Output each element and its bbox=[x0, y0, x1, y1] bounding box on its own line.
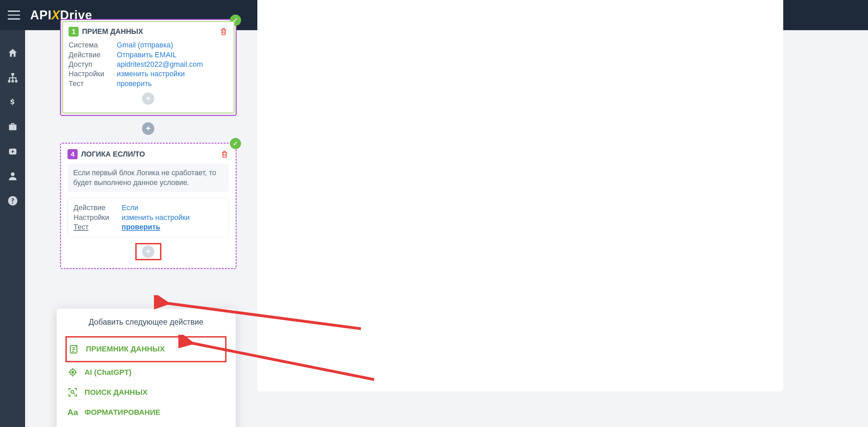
link-settings[interactable]: изменить настройки bbox=[117, 70, 185, 78]
logic-notice: Если первый блок Логика не сработает, то… bbox=[67, 164, 229, 192]
link-settings[interactable]: изменить настройки bbox=[122, 214, 190, 222]
step-number: 4 bbox=[67, 149, 78, 159]
canvas: ✓ 1 ПРИЕМ ДАННЫХ СистемаGmail (отправка)… bbox=[25, 30, 868, 427]
svg-rect-2 bbox=[8, 80, 10, 82]
block-receive-data: ✓ 1 ПРИЕМ ДАННЫХ СистемаGmail (отправка)… bbox=[60, 19, 237, 116]
dollar-icon[interactable] bbox=[6, 96, 19, 108]
link-action[interactable]: Если bbox=[122, 204, 138, 212]
briefcase-icon[interactable] bbox=[6, 121, 19, 133]
popup-title: Добавить следующее действие bbox=[66, 314, 225, 332]
user-icon[interactable] bbox=[6, 170, 19, 182]
svg-rect-3 bbox=[12, 80, 14, 82]
label-access: Доступ bbox=[68, 60, 117, 69]
svg-rect-4 bbox=[15, 80, 17, 82]
link-system[interactable]: Gmail (отправка) bbox=[117, 41, 173, 49]
aa-icon: Aa bbox=[66, 406, 79, 419]
popup-item-label: ФОРМАТИРОВАНИЕ bbox=[84, 408, 160, 417]
add-action-button[interactable]: + bbox=[142, 245, 154, 258]
help-icon[interactable] bbox=[6, 195, 19, 207]
link-access[interactable]: apidritest2022@gmail.com bbox=[117, 60, 203, 69]
label-test: Тест bbox=[74, 223, 122, 231]
popup-item-label: ПОИСК ДАННЫХ bbox=[84, 388, 147, 397]
popup-item-label: AI (ChatGPT) bbox=[84, 368, 132, 377]
left-nav bbox=[0, 30, 25, 427]
check-icon: ✓ bbox=[230, 138, 241, 149]
add-step-inline-button[interactable]: + bbox=[142, 93, 154, 105]
scan-icon bbox=[66, 386, 79, 399]
block-logic: ✓ 4 ЛОГИКА ЕСЛИ/ТО Если первый блок Логи… bbox=[60, 143, 237, 269]
sitemap-icon[interactable] bbox=[6, 72, 19, 84]
add-action-popup: Добавить следующее действие ПРИЕМНИК ДАН… bbox=[57, 309, 236, 427]
popup-item-math[interactable]: МАТЕМАТИКА bbox=[57, 423, 236, 427]
trash-icon[interactable] bbox=[219, 27, 228, 36]
youtube-icon[interactable] bbox=[6, 145, 19, 158]
svg-rect-1 bbox=[11, 73, 14, 76]
step-title: ПРИЕМ ДАННЫХ bbox=[82, 27, 216, 36]
label-test: Тест bbox=[68, 80, 117, 88]
logic-details: ДействиеЕсли Настройкиизменить настройки… bbox=[67, 198, 229, 238]
home-icon[interactable] bbox=[6, 47, 19, 59]
label-system: Система bbox=[68, 41, 117, 49]
menu-icon[interactable] bbox=[8, 11, 20, 19]
svg-point-6 bbox=[11, 172, 15, 176]
link-test[interactable]: проверить bbox=[117, 80, 152, 88]
popup-item-receiver[interactable]: ПРИЕМНИК ДАННЫХ bbox=[67, 339, 224, 359]
list-plus-icon bbox=[68, 343, 80, 355]
add-step-between-button[interactable]: + bbox=[142, 122, 154, 135]
label-settings: Настройки bbox=[68, 70, 117, 78]
popup-item-ai[interactable]: AI (ChatGPT) bbox=[57, 362, 236, 382]
svg-point-10 bbox=[72, 371, 74, 373]
ai-icon bbox=[66, 366, 79, 378]
step-number: 1 bbox=[68, 27, 79, 37]
content-panel bbox=[257, 0, 783, 391]
popup-item-format[interactable]: Aa ФОРМАТИРОВАНИЕ bbox=[57, 403, 236, 423]
link-test[interactable]: проверить bbox=[122, 223, 160, 231]
popup-item-search[interactable]: ПОИСК ДАННЫХ bbox=[57, 382, 236, 402]
highlight-box-plus: + bbox=[135, 243, 161, 260]
highlight-box-receiver: ПРИЕМНИК ДАННЫХ bbox=[65, 336, 226, 362]
link-action[interactable]: Отправить EMAIL bbox=[117, 51, 177, 59]
trash-icon[interactable] bbox=[220, 150, 229, 159]
svg-point-11 bbox=[71, 390, 74, 393]
label-action: Действие bbox=[68, 51, 117, 59]
label-settings: Настройки bbox=[74, 214, 122, 222]
label-action: Действие bbox=[74, 204, 122, 212]
step-title: ЛОГИКА ЕСЛИ/ТО bbox=[81, 150, 217, 159]
popup-item-label: ПРИЕМНИК ДАННЫХ bbox=[86, 345, 165, 353]
